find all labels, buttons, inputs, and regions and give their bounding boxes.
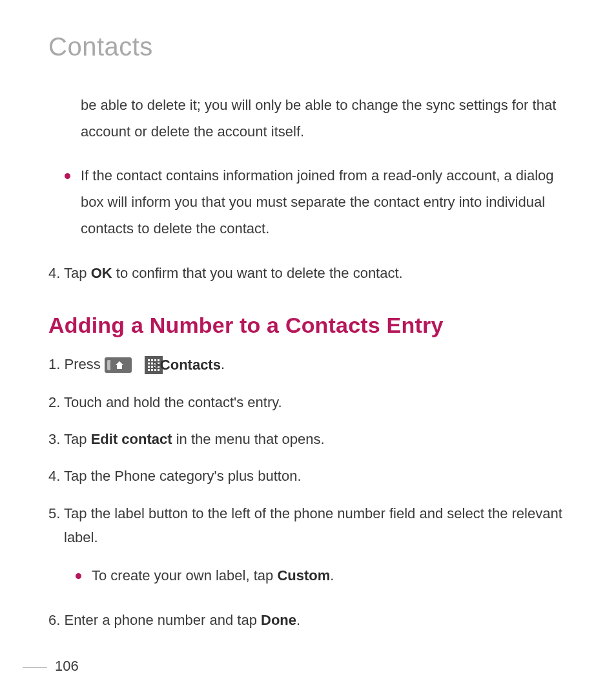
step4-ok: OK	[91, 265, 112, 281]
page-footer: 106	[23, 658, 79, 675]
delete-step-4: 4. Tap OK to confirm that you want to de…	[48, 261, 568, 285]
page-title: Contacts	[48, 32, 568, 61]
add-step-2: 2. Touch and hold the contact's entry.	[48, 390, 568, 414]
nested-bullet-item: To create your own label, tap Custom.	[76, 563, 568, 589]
bullet-item: If the contact contains information join…	[65, 163, 568, 242]
bullet-dot-icon	[76, 573, 81, 579]
add-step-6: 6. Enter a phone number and tap Done.	[48, 608, 568, 632]
add-step-4: 4. Tap the Phone category's plus button.	[48, 464, 568, 488]
add-step-1: 1. Press > > Contacts.	[48, 352, 568, 377]
s5-bullet-prefix: To create your own label, tap	[92, 567, 277, 584]
s3-edit-contact: Edit contact	[91, 431, 172, 447]
s5-bullet-period: .	[330, 567, 334, 584]
s3-prefix: 3. Tap	[48, 431, 91, 447]
continuation-paragraph: be able to delete it; you will only be a…	[81, 92, 568, 145]
s3-suffix: in the menu that opens.	[172, 431, 325, 447]
s1-prefix: 1. Press	[48, 356, 105, 372]
s1-period: .	[221, 356, 225, 372]
step4-suffix: to confirm that you want to delete the c…	[112, 265, 403, 281]
page-number: 106	[55, 658, 79, 675]
s5-bullet: To create your own label, tap Custom.	[92, 563, 334, 589]
add-step-3: 3. Tap Edit contact in the menu that ope…	[48, 427, 568, 451]
footer-rule-icon	[23, 668, 47, 668]
s1-contacts: Contacts	[176, 353, 221, 377]
step4-prefix: 4. Tap	[48, 265, 91, 281]
add-step-5: 5. Tap the label button to the left of t…	[48, 501, 568, 550]
bullet-dot-icon	[65, 173, 70, 179]
s6-done: Done	[261, 612, 296, 628]
s6-period: .	[296, 612, 300, 628]
s5-bullet-custom: Custom	[277, 567, 330, 584]
home-button-icon	[105, 357, 132, 373]
s6-prefix: 6. Enter a phone number and tap	[48, 612, 261, 628]
section-heading: Adding a Number to a Contacts Entry	[48, 313, 568, 338]
bullet-readonly-text: If the contact contains information join…	[81, 163, 568, 242]
